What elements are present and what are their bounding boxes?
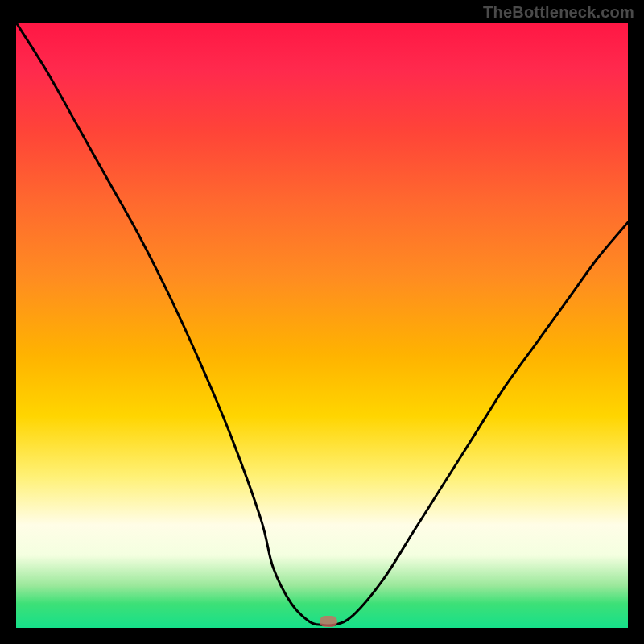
plot-area bbox=[16, 23, 628, 628]
curve-svg bbox=[16, 23, 628, 628]
bottleneck-curve bbox=[16, 23, 628, 625]
min-marker bbox=[320, 616, 337, 627]
watermark-text: TheBottleneck.com bbox=[483, 3, 634, 22]
chart-frame: TheBottleneck.com bbox=[0, 0, 644, 644]
